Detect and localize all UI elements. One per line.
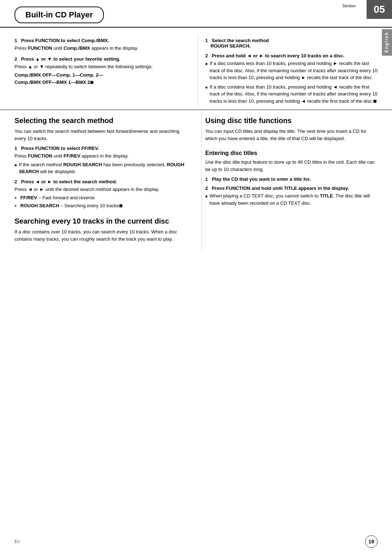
top-left-col: 1 Press FUNCTION to select Comp./BMX. Pr… [15, 34, 187, 107]
right-bullet-2: ■ If a disc contains less than 10 tracks… [205, 83, 378, 105]
using-title: Using disc title functions [205, 117, 378, 125]
selecting-step2-heading: 2 Press ◄ or ► to select the search meth… [15, 179, 187, 184]
top-right-area: Section 05 [104, 0, 392, 27]
selecting-step2-list: FF/REV – Fast forward and reverse ROUGH … [20, 194, 187, 209]
main-content: Selecting the search method You can swit… [0, 110, 392, 261]
right-bullet-2-text: If a disc contains less than 10 tracks, … [210, 83, 377, 105]
step-2-settings: Comp./BMX OFF—Comp. 1—Comp. 2—Comp./BMX … [15, 72, 187, 86]
bullet-icon-1: ■ [205, 61, 208, 66]
top-bar: Built-in CD Player Section 05 [0, 0, 392, 28]
entering-intro: Use the disc title input feature to stor… [205, 159, 378, 173]
language-sidebar: English [382, 29, 392, 56]
bullet-icon-3: ■ [15, 162, 17, 168]
bullet-icon-4: ■ [205, 193, 208, 199]
right-column: Using disc title functions You can input… [201, 110, 378, 250]
selecting-step1-body: Press FUNCTION until FF/REV appears in t… [15, 152, 187, 160]
entering-step2-note-text: When playing a CD TEXT disc, you cannot … [210, 192, 377, 207]
searching-title: Searching every 10 tracks in the current… [15, 217, 187, 225]
selecting-step1-heading: 1 Press FUNCTION to select FF/REV. [15, 146, 187, 151]
right-step-1-heading: 1 Select the search method ROUGH SEARCH. [205, 38, 378, 49]
section-number: 05 [367, 0, 392, 19]
top-section: 1 Press FUNCTION to select Comp./BMX. Pr… [0, 28, 392, 110]
selecting-intro: You can switch the search method between… [15, 128, 187, 142]
searching-section: Searching every 10 tracks in the current… [15, 217, 187, 242]
step-2-body: Press ▲ or ▼ repeatedly to switch betwee… [15, 63, 187, 70]
footer: En 19 [0, 535, 392, 548]
selecting-section: Selecting the search method You can swit… [15, 117, 187, 209]
step-1-heading: 1 Press FUNCTION to select Comp./BMX. [15, 38, 187, 43]
selecting-step2-body: Press ◄ or ► until the desired search me… [15, 186, 187, 193]
entering-step2-note: ■ When playing a CD TEXT disc, you canno… [205, 192, 378, 207]
entering-step1-heading: 1 Play the CD that you want to enter a t… [205, 176, 378, 182]
page-title: Built-in CD Player [15, 7, 104, 23]
using-section: Using disc title functions You can input… [205, 117, 378, 142]
footer-page-number: 19 [365, 535, 377, 548]
right-step-2-heading: 2 Press and hold ◄ or ► to search every … [205, 53, 378, 58]
step-1-body: Press FUNCTION until Comp./BMX appears i… [15, 45, 187, 52]
searching-intro: If a disc contains over 10 tracks, you c… [15, 228, 187, 242]
bullet-roughsearch: ROUGH SEARCH – Searching every 10 tracks [20, 202, 187, 209]
selecting-step1-note: ■ If the search method ROUGH SEARCH has … [15, 161, 187, 175]
top-right-col: 1 Select the search method ROUGH SEARCH.… [198, 34, 378, 107]
footer-lang: En [15, 539, 20, 544]
bullet-icon-2: ■ [205, 85, 208, 90]
selecting-step1-note-text: If the search method ROUGH SEARCH has be… [19, 161, 187, 175]
selecting-title: Selecting the search method [15, 117, 187, 125]
entering-subtitle: Entering disc titles [205, 150, 378, 156]
right-bullet-1-text: If a disc contains less than 10 tracks, … [210, 60, 377, 81]
using-intro: You can input CD titles and display the … [205, 128, 378, 142]
entering-step2-heading: 2 Press FUNCTION and hold until TITLE ap… [205, 185, 378, 191]
bullet-ffrev: FF/REV – Fast forward and reverse [20, 194, 187, 201]
left-column: Selecting the search method You can swit… [15, 110, 191, 250]
step-2-heading: 2 Press ▲ or ▼ to select your favorite s… [15, 56, 187, 62]
entering-section: Entering disc titles Use the disc title … [205, 150, 378, 207]
section-label: Section [342, 4, 356, 8]
right-bullet-1: ■ If a disc contains less than 10 tracks… [205, 60, 378, 81]
page: Built-in CD Player Section 05 English 1 … [0, 0, 392, 555]
